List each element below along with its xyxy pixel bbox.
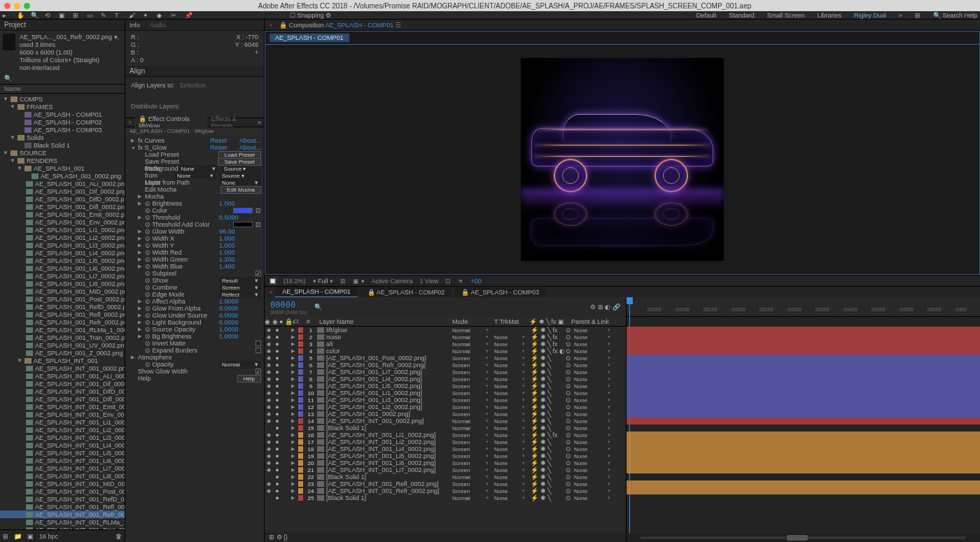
tree-item[interactable]: Black Solid 1 (0, 141, 125, 149)
tree-item[interactable]: ▼FRAMES (0, 103, 125, 110)
fx-property[interactable]: ⊙ Expand Borders (128, 347, 261, 354)
fx-property[interactable]: Load PresetLoad Preset (128, 151, 261, 158)
frame-offset[interactable]: +00 (470, 278, 481, 285)
tree-item[interactable]: AE_SPLASH_INT_001_Li6_0002.png (0, 457, 125, 464)
pen-tool-icon[interactable]: ✎ (101, 12, 109, 19)
fx-property[interactable]: ▶⊙ Bg Brightness1.0000 (128, 333, 261, 340)
scrub-thumb[interactable] (787, 535, 808, 541)
layer-bar[interactable] (626, 390, 980, 397)
layer-bar[interactable] (626, 327, 980, 334)
layer-bar[interactable] (626, 383, 980, 390)
fx-property[interactable]: Save PresetSave Preset (128, 158, 261, 165)
fx-property[interactable]: ▶⊙ Width X1.000 (128, 235, 261, 242)
tree-item[interactable]: AE_SPLASH - COMP03 (0, 126, 125, 134)
comp-navigator-pill[interactable]: AE_SPLASH - COMP01 (270, 34, 349, 42)
tree-item[interactable]: AE_SPLASH_001_0002.png (0, 172, 125, 180)
layer-bar[interactable] (626, 369, 980, 376)
snapping-toggle[interactable]: ☐ Snapping ⚙ (290, 12, 331, 19)
layer-bar[interactable] (626, 466, 980, 473)
rotate-tool-icon[interactable]: ⟲ (45, 12, 53, 19)
close-comp-icon[interactable]: × (269, 22, 272, 29)
fx-property[interactable]: Edit MochaEdit Mocha (128, 186, 261, 193)
fx-property[interactable]: ⊙ Invert Matte (128, 340, 261, 347)
layer-bar[interactable] (626, 487, 980, 494)
timeline-graph[interactable]: 0005000100001500020000250003000035000400… (626, 297, 980, 542)
project-panel-header[interactable]: Project (0, 20, 125, 31)
tree-item[interactable]: AE_SPLASH_001_Refl_0002.png (0, 311, 125, 318)
tree-item[interactable]: AE_SPLASH_001_UV_0002.png (0, 341, 125, 349)
project-search[interactable]: 🔍 (0, 73, 125, 84)
ws-more-icon[interactable]: » (899, 12, 902, 19)
effect-controls-body[interactable]: ▶fx CurvesResetAbout...▼fx S_GlowResetAb… (125, 136, 264, 542)
zoom-tool-icon[interactable]: 🔍 (31, 12, 39, 19)
tree-item[interactable]: AE_SPLASH_001_DifD_0002.png (0, 195, 125, 203)
timeline-layer[interactable]: ◉●▶8[AE_SPLASH_001_Li4_0002.png]Screen▾N… (265, 376, 626, 383)
fx-property[interactable]: ▶⊙ Threshold0.5000 (128, 214, 261, 221)
tree-item[interactable]: AE_SPLASH_001_Post_0002.png (0, 295, 125, 303)
tree-item[interactable]: ▼AE_SPLASH_001 (0, 164, 125, 172)
tree-item[interactable]: AE_SPLASH_001_Z_0002.png (0, 349, 125, 357)
zoom-scrubber[interactable] (626, 534, 980, 542)
layer-bar[interactable] (626, 452, 980, 459)
layer-bar[interactable] (626, 404, 980, 411)
tree-item[interactable]: AE_SPLASH_001_Emit_0002.png (0, 211, 125, 218)
fx-property[interactable]: ▶⊙ Glow Width96.00 (128, 228, 261, 235)
tree-item[interactable]: AE_SPLASH_001_Li1_0002.png (0, 226, 125, 234)
fx-property[interactable]: ▶Atmosphere (128, 354, 261, 361)
panel-menu-icon[interactable]: » (258, 119, 261, 126)
tree-item[interactable]: AE_SPLASH_INT_001_Li2_0002.png (0, 426, 125, 434)
tl-tab-3[interactable]: 🔒 AE_SPLASH - COMP03 (454, 287, 546, 297)
tree-item[interactable]: AE_SPLASH_INT_001_Difl_0002.png (0, 395, 125, 403)
close-tl-icon[interactable]: × (269, 289, 272, 296)
layer-bar[interactable] (626, 348, 980, 355)
project-name-column[interactable]: Name (0, 84, 125, 94)
timeline-layer[interactable]: ◉●▶23[AE_SPLASH_INT_001_Refl_0002.png]Sc… (265, 480, 626, 487)
tree-item[interactable]: AE_SPLASH_INT_001_Refr_0002.png (0, 511, 125, 518)
selection-tool-icon[interactable]: ▸ (3, 12, 11, 19)
res-dropdown[interactable]: ▾ Full ▾ (313, 278, 334, 285)
trash-icon[interactable]: 🗑 (115, 533, 122, 540)
search-help[interactable]: 🔍 Search Help (933, 12, 977, 19)
grid-icon[interactable]: ⊞ (340, 278, 346, 285)
tree-item[interactable]: AE_SPLASH_001_Li5_0002.png (0, 257, 125, 264)
max-dot[interactable] (24, 3, 30, 9)
timeline-layer[interactable]: ◉●▶21[AE_SPLASH_INT_001_Li7_0002.png]Scr… (265, 466, 626, 473)
min-dot[interactable] (14, 3, 20, 9)
layer-bar[interactable] (626, 376, 980, 383)
composition-viewer[interactable] (265, 44, 980, 275)
fx-property[interactable]: ▶⊙ Width Blue1.400 (128, 263, 261, 270)
tree-item[interactable]: ▼RENDERS (0, 157, 125, 164)
tree-item[interactable]: AE_SPLASH_INT_001_Dif_0002.png (0, 380, 125, 387)
fx-property[interactable]: ⊙ CombineScreen▾ (128, 284, 261, 291)
layer-bar[interactable] (626, 397, 980, 404)
timeline-layer[interactable]: ◉●▶18[AE_SPLASH_INT_001_Li4_0002.png]Scr… (265, 445, 626, 452)
ws-libraries[interactable]: Libraries (817, 12, 841, 19)
fx-property[interactable]: ▶fx CurvesResetAbout... (128, 137, 261, 144)
fx-property[interactable]: ▶⊙ Glow Under Source0.0000 (128, 312, 261, 319)
timeline-layer[interactable]: ◉●▶13[AE_SPLASH_001_0002.png]Screen▾None… (265, 411, 626, 418)
timeline-layer[interactable]: ●▶22[Black Solid 1]Normal▾None▾⚡ ✱ ╲ ⊙No… (265, 473, 626, 480)
timeline-layer[interactable]: ◉●▶16[AE_SPLASH_INT_001_Li1_0002.png]Scr… (265, 432, 626, 438)
ws-reset-icon[interactable]: ⊞ (915, 12, 920, 19)
pan-behind-tool-icon[interactable]: ⊞ (73, 12, 81, 19)
tree-item[interactable]: AE_SPLASH_001_Refr_0002.png (0, 318, 125, 326)
toggle-switches-icon[interactable]: ⊞ ⚙ {} (269, 534, 288, 541)
tl-tab-1[interactable]: AE_SPLASH - COMP01 (275, 287, 358, 297)
tree-item[interactable]: AE_SPLASH_INT_001_RLMa_1_0002.png (0, 518, 125, 526)
tree-item[interactable]: AE_SPLASH_INT_001_Li7_0002.png (0, 464, 125, 472)
tree-item[interactable]: AE_SPLASH_INT_001_MID_0002.png (0, 480, 125, 487)
timeline-layer[interactable]: ◉●▶11[AE_SPLASH_001_Li3_0002.png]Screen▾… (265, 397, 626, 404)
ws-default[interactable]: Default (696, 12, 717, 19)
fx-property[interactable]: Matte from LayerNone▾Source ▾ (128, 172, 261, 179)
tree-item[interactable]: ▼SOURCE (0, 149, 125, 157)
eraser-tool-icon[interactable]: ◆ (157, 12, 165, 19)
tree-item[interactable]: AE_SPLASH_INT_001_Emit_0002.png (0, 403, 125, 411)
tree-item[interactable]: AE_SPLASH_001_Li2_0002.png (0, 234, 125, 241)
timeline-layer[interactable]: ◉●▶14[AE_SPLASH_INT_001_0002.png]Normal▾… (265, 418, 626, 425)
bpc-toggle[interactable]: 16 bpc (39, 533, 58, 540)
tree-item[interactable]: AE_SPLASH_INT_001_Li3_0002.png (0, 434, 125, 441)
brush-tool-icon[interactable]: 🖌 (129, 12, 137, 19)
tree-item[interactable]: ▼Solids (0, 134, 125, 141)
timeline-layer[interactable]: ◉●▶6[AE_SPLASH_001_Refr_0002.png]Screen▾… (265, 362, 626, 369)
new-folder-icon[interactable]: 📁 (14, 533, 22, 540)
